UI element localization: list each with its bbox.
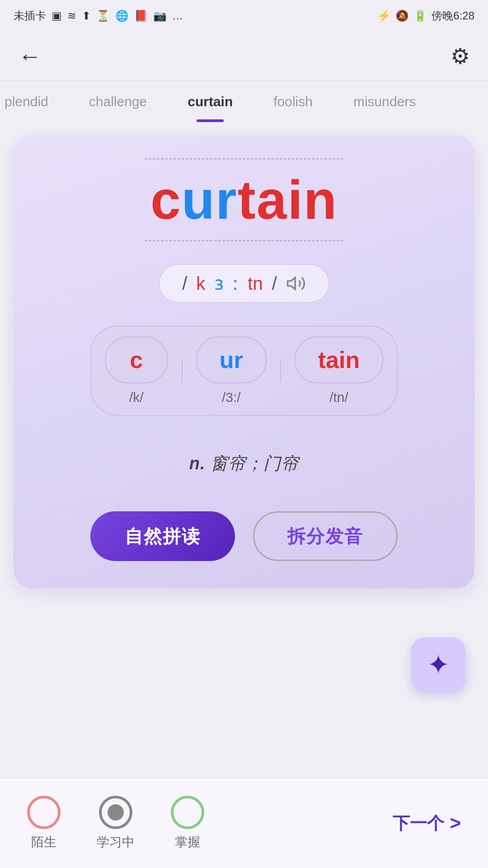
next-button[interactable]: 下一个 >: [393, 812, 461, 835]
tab-challenge[interactable]: challenge: [69, 81, 167, 122]
phonetic-slash-close: /: [272, 274, 277, 294]
status-bar: 未插卡 ▣ ≋ ⬆ ⏳ 🌐 📕 📷 … ⚡ 🔕 🔋 傍晚6:28: [0, 0, 488, 32]
syllable-tain-group: tain /tn/: [295, 336, 383, 405]
definition-text: 窗帘；门帘: [211, 454, 299, 473]
status-right: ⚡ 🔕 🔋 傍晚6:28: [377, 9, 474, 23]
phonetic-slash-open: /: [182, 274, 187, 294]
learning-circle: [99, 796, 132, 829]
syllable-ur-group: ur /3:/: [196, 336, 267, 405]
sparkle-icon: ✦: [427, 649, 450, 680]
phonetic-container: /kɜːtn/: [36, 264, 452, 303]
bell-icon: 🔕: [395, 9, 409, 22]
tab-curtain[interactable]: curtain: [167, 81, 253, 122]
main-word: curtain: [150, 169, 338, 231]
tab-label-splendid: plendid: [5, 94, 48, 109]
book-icon: 📕: [134, 9, 148, 22]
status-group: 陌生 学习中 掌握: [27, 796, 204, 851]
battery-icon: 🔋: [413, 9, 427, 22]
status-stranger[interactable]: 陌生: [27, 796, 61, 851]
split-pronunciation-button[interactable]: 拆分发音: [253, 511, 398, 561]
syllable-c-group: c /k/: [105, 336, 168, 405]
status-left: 未插卡 ▣ ≋ ⬆ ⏳ 🌐 📕 📷 …: [14, 9, 183, 23]
syllable-divider-1: [182, 359, 183, 382]
tab-misunderstand[interactable]: misunders: [333, 81, 436, 122]
next-arrow-icon: >: [450, 812, 461, 834]
natural-reading-button[interactable]: 自然拼读: [90, 511, 235, 561]
syllables-combined: c /k/ ur /3:/ tain /tn/: [90, 326, 398, 416]
phonetic-k: k: [196, 274, 205, 294]
part-of-speech: n.: [189, 454, 206, 473]
learning-label: 学习中: [97, 834, 135, 851]
word-letters-ur: ur: [182, 169, 238, 231]
carrier-text: 未插卡: [14, 9, 46, 23]
tab-splendid[interactable]: plendid: [0, 81, 69, 122]
bluetooth-icon: ⚡: [377, 9, 391, 22]
signal-icon: ⬆: [82, 9, 91, 22]
hourglass-icon: ⏳: [96, 9, 110, 22]
globe-icon: 🌐: [115, 9, 129, 22]
dashed-line-top: [145, 158, 343, 160]
syllable-ur: ur: [196, 336, 267, 383]
buttons-row: 自然拼读 拆分发音: [36, 511, 452, 561]
word-letters-tain: tain: [238, 169, 338, 231]
syllable-ur-phonetic: /3:/: [222, 390, 241, 405]
wifi-icon: ≋: [67, 9, 76, 22]
sound-icon[interactable]: [286, 274, 306, 293]
sim-icon: ▣: [52, 9, 62, 22]
stranger-circle: [27, 796, 61, 829]
svg-marker-0: [287, 278, 295, 289]
syllable-divider-2: [280, 359, 281, 382]
word-display-area: curtain: [36, 158, 452, 241]
dashed-line-bottom: [145, 240, 343, 241]
mastered-label: 掌握: [175, 834, 200, 851]
status-learning[interactable]: 学习中: [97, 796, 135, 851]
camera-icon: 📷: [153, 9, 167, 22]
tab-foolish[interactable]: foolish: [253, 81, 333, 122]
top-nav: ← ⚙: [0, 32, 488, 81]
tab-label-curtain: curtain: [188, 94, 233, 109]
settings-button[interactable]: ⚙: [450, 43, 470, 69]
phonetic-colon: ː: [233, 273, 239, 294]
mastered-circle: [171, 796, 204, 829]
phonetic-3: ɜ: [214, 273, 224, 294]
definition-area: n. 窗帘；门帘: [36, 452, 452, 475]
next-label: 下一个: [393, 812, 444, 835]
phonetic-tn: tn: [248, 274, 263, 294]
back-button[interactable]: ←: [18, 42, 42, 70]
more-icon: …: [172, 9, 183, 22]
syllable-c: c: [105, 336, 168, 383]
tab-label-foolish: foolish: [273, 94, 313, 109]
main-card: curtain /kɜːtn/ c /k/ ur /3:/: [14, 136, 474, 588]
sparkle-fab-button[interactable]: ✦: [411, 637, 465, 692]
phonetic-pill[interactable]: /kɜːtn/: [159, 264, 329, 303]
tab-label-challenge: challenge: [89, 94, 147, 109]
word-tabs: plendid challenge curtain foolish misund…: [0, 81, 488, 122]
bottom-nav: 陌生 学习中 掌握 下一个 >: [0, 778, 488, 868]
tab-label-misunderstand: misunders: [353, 94, 416, 109]
syllables-row: c /k/ ur /3:/ tain /tn/: [36, 326, 452, 416]
syllable-tain-phonetic: /tn/: [329, 390, 348, 405]
word-letter-c: c: [150, 169, 182, 231]
stranger-label: 陌生: [31, 834, 56, 851]
syllable-c-phonetic: /k/: [129, 390, 144, 405]
time-display: 傍晚6:28: [432, 9, 474, 23]
syllable-tain: tain: [295, 336, 383, 383]
status-mastered[interactable]: 掌握: [171, 796, 204, 851]
